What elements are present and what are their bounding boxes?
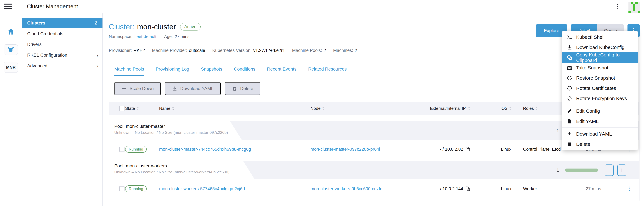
home-icon[interactable] <box>7 28 15 36</box>
namespace-link[interactable]: fleet-default <box>134 34 156 39</box>
cluster-management-icon[interactable] <box>4 44 18 55</box>
sidebar-item-clusters[interactable]: Clusters 2 <box>22 18 102 28</box>
app-rail: MNR <box>0 0 22 206</box>
trash-icon <box>567 141 572 147</box>
sidebar-item-drivers[interactable]: Drivers <box>22 39 102 50</box>
column-header-os[interactable]: OS <box>501 106 518 111</box>
cluster-name: mon-cluster <box>137 22 176 32</box>
restore-snapshot-icon <box>567 75 572 81</box>
menu-item-edit-config[interactable]: Edit Config <box>562 106 638 116</box>
pool-scale-count: 1 <box>556 128 559 133</box>
state-badge: Running <box>125 146 147 153</box>
rotate-ccw-icon <box>567 85 572 91</box>
topbar-kebab-icon[interactable] <box>615 4 620 9</box>
column-header-ip[interactable]: External/Internal IP <box>430 106 476 111</box>
tab-conditions[interactable]: Conditions <box>234 62 255 76</box>
menu-item-rotate-certificates[interactable]: Rotate Certificates <box>562 83 638 93</box>
state-badge: Running <box>125 185 147 192</box>
select-all-checkbox[interactable] <box>119 106 124 111</box>
pool-scale-bar <box>565 168 598 172</box>
machine-row: Running mon-cluster-master-744cc765d4xh6… <box>109 140 639 159</box>
menu-item-delete[interactable]: Delete <box>562 139 638 149</box>
menu-item-edit-yaml[interactable]: Edit YAML <box>562 116 638 126</box>
menu-item-kubectl-shell[interactable]: Kubectl Shell <box>562 32 638 42</box>
delete-button[interactable]: Delete <box>225 82 260 95</box>
column-header-node[interactable]: Node <box>310 106 420 111</box>
status-badge: Active <box>180 23 200 31</box>
terminal-icon <box>567 34 572 40</box>
menu-item-download-yaml[interactable]: Download YAML <box>562 129 638 139</box>
resource-type-label: Cluster: <box>109 22 134 32</box>
kubernetes-version-value: v1.27.12+rke2r1 <box>253 48 285 53</box>
node-link[interactable]: mon-cluster-master-097c220b-pr64l <box>310 147 380 152</box>
pool-tab: Pool: mon-cluster-master Unknown – No Lo… <box>109 121 242 140</box>
sidebar-item-advanced[interactable]: Advanced › <box>22 60 102 71</box>
menu-divider <box>562 105 638 105</box>
tab-snapshots[interactable]: Snapshots <box>201 62 222 76</box>
download-icon <box>567 131 572 137</box>
machine-name-link[interactable]: mon-cluster-master-744cc765d4xh69p8-mcg6… <box>159 147 251 152</box>
menu-item-restore-snapshot[interactable]: Restore Snapshot <box>562 73 638 83</box>
row-kebab-icon[interactable] <box>628 185 630 192</box>
hamburger-menu-icon[interactable] <box>4 4 12 9</box>
app-title: Cluster Management <box>27 3 78 10</box>
bulk-actions-toolbar: Scale Down Download YAML Delete <box>114 82 639 95</box>
copy-icon <box>567 55 572 60</box>
row-checkbox[interactable] <box>119 147 124 152</box>
machine-provider-value: outscale <box>189 48 205 53</box>
user-avatar[interactable] <box>628 2 640 13</box>
sidebar: Clusters 2 Cloud Credentials Drivers RKE… <box>22 13 103 206</box>
namespace-label: Namespace: <box>109 34 132 39</box>
os-value: Linux <box>501 186 518 191</box>
age-value: 27 mins <box>586 186 619 191</box>
sidebar-item-rke1-configuration[interactable]: RKE1 Configuration › <box>22 50 102 60</box>
tab-related-resources[interactable]: Related Resources <box>308 62 346 76</box>
download-yaml-button[interactable]: Download YAML <box>165 82 221 95</box>
chevron-right-icon: › <box>96 64 98 68</box>
file-icon <box>567 119 572 124</box>
node-link[interactable]: mon-cluster-workers-0b6cc600-cnzfc <box>310 186 382 191</box>
clusters-count-badge: 2 <box>95 21 98 26</box>
machines-count: 2 <box>355 48 357 53</box>
tab-machine-pools[interactable]: Machine Pools <box>114 62 144 76</box>
age-value: 27 mins <box>175 34 190 39</box>
column-header-state[interactable]: State <box>125 106 159 111</box>
scale-up-pool-button[interactable]: + <box>617 164 626 176</box>
camera-icon <box>567 65 572 71</box>
machine-pools-panel: Machine Pools Provisioning Log Snapshots… <box>109 62 640 201</box>
chevron-right-icon: › <box>96 53 98 57</box>
cluster-avatar-mnr[interactable]: MNR <box>4 62 18 73</box>
download-icon <box>172 86 177 91</box>
pool-group-header: Pool: mon-cluster-workers Unknown – No L… <box>109 161 639 179</box>
machine-name-link[interactable]: mon-cluster-workers-577465c4bxlglgc-2vj6… <box>159 186 245 191</box>
os-value: Linux <box>501 147 518 152</box>
download-icon <box>567 45 572 50</box>
ip-value: - / 10.0.2.82 <box>440 147 463 152</box>
row-checkbox[interactable] <box>119 186 124 191</box>
tab-provisioning-log[interactable]: Provisioning Log <box>156 62 189 76</box>
menu-item-rotate-encryption-keys[interactable]: Rotate Encryption Keys <box>562 93 638 104</box>
tab-recent-events[interactable]: Recent Events <box>267 62 296 76</box>
pool-tab: Pool: mon-cluster-workers Unknown – No L… <box>109 161 255 179</box>
minus-icon <box>122 86 126 91</box>
scale-down-button[interactable]: Scale Down <box>114 82 161 95</box>
ip-value: - / 10.0.2.144 <box>438 186 463 191</box>
column-header-name[interactable]: Name <box>159 106 310 111</box>
tab-bar: Machine Pools Provisioning Log Snapshots… <box>109 62 639 76</box>
menu-item-take-snapshot[interactable]: Take Snapshot <box>562 63 638 73</box>
machine-row: Running mon-cluster-workers-577465c4bxlg… <box>109 179 639 198</box>
copy-icon[interactable] <box>466 186 470 191</box>
pool-group-header: Pool: mon-cluster-master Unknown – No Lo… <box>109 121 639 140</box>
menu-item-download-kubeconfig[interactable]: Download KubeConfig <box>562 42 638 52</box>
machine-pools-count: 2 <box>324 48 326 53</box>
trash-icon <box>232 86 237 91</box>
provisioner-value: RKE2 <box>134 48 145 53</box>
sidebar-item-cloud-credentials[interactable]: Cloud Credentials <box>22 28 102 39</box>
scale-down-pool-button[interactable]: − <box>605 164 614 176</box>
top-bar: Cluster Management <box>0 0 644 13</box>
cluster-meta-row: Provisioner:RKE2 Machine Provider:outsca… <box>109 45 640 53</box>
menu-item-copy-kubeconfig[interactable]: Copy KubeConfig to Clipboard <box>562 52 638 63</box>
pool-subtitle: Unknown – No Location / No Size (mon-clu… <box>114 170 255 174</box>
pool-scale-controls: 1 − + <box>556 161 626 179</box>
copy-icon[interactable] <box>466 146 470 152</box>
